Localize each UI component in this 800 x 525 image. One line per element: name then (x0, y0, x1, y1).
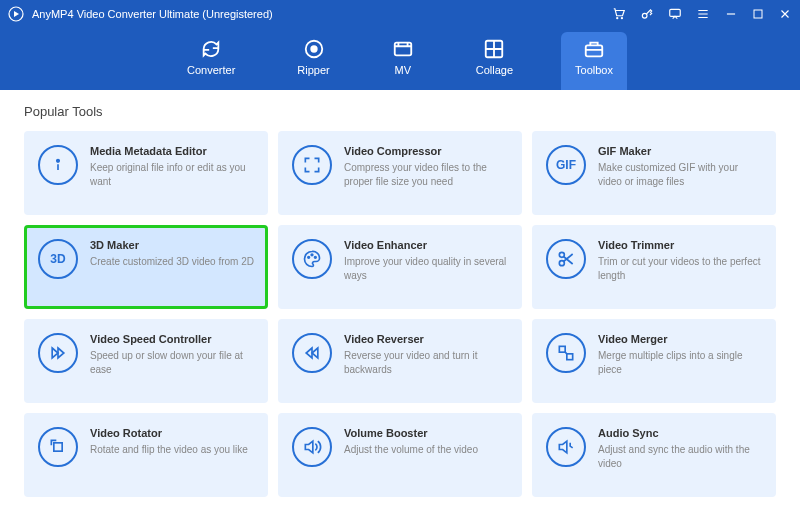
tool-card[interactable]: Video Speed ControllerSpeed up or slow d… (24, 319, 268, 403)
chat-icon[interactable] (668, 7, 682, 21)
card-icon (546, 333, 586, 373)
svg-marker-1 (14, 11, 19, 17)
svg-rect-24 (54, 443, 62, 451)
card-desc: Rotate and flip the video as you like (90, 443, 248, 457)
card-title: Video Speed Controller (90, 333, 254, 345)
svg-marker-26 (559, 441, 567, 453)
tool-card[interactable]: GIFGIF MakerMake customized GIF with you… (532, 131, 776, 215)
svg-point-14 (311, 254, 313, 256)
tab-ripper[interactable]: Ripper (283, 32, 343, 90)
card-desc: Speed up or slow down your file at ease (90, 349, 254, 376)
tab-mv[interactable]: MV (378, 32, 428, 90)
svg-point-8 (311, 46, 317, 52)
card-desc: Compress your video files to the proper … (344, 161, 508, 188)
collage-icon (483, 38, 505, 60)
tool-card[interactable]: Video MergerMerge multiple clips into a … (532, 319, 776, 403)
ripper-icon (303, 38, 325, 60)
card-desc: Keep original file info or edit as you w… (90, 161, 254, 188)
minimize-icon[interactable] (724, 7, 738, 21)
svg-rect-23 (567, 354, 573, 360)
card-desc: Adjust and sync the audio with the video (598, 443, 762, 470)
card-body: Media Metadata EditorKeep original file … (90, 145, 254, 201)
svg-point-12 (57, 160, 60, 163)
card-icon: GIF (546, 145, 586, 185)
svg-rect-11 (586, 45, 603, 56)
card-icon (38, 427, 78, 467)
tool-card[interactable]: Video RotatorRotate and flip the video a… (24, 413, 268, 497)
card-title: Video Enhancer (344, 239, 508, 251)
titlebar: AnyMP4 Video Converter Ultimate (Unregis… (0, 0, 800, 28)
card-title: Video Trimmer (598, 239, 762, 251)
converter-icon (200, 38, 222, 60)
card-desc: Make customized GIF with your video or i… (598, 161, 762, 188)
tool-grid: Media Metadata EditorKeep original file … (24, 131, 776, 497)
title-controls (612, 7, 792, 21)
card-body: Video ReverserReverse your video and tur… (344, 333, 508, 389)
svg-rect-5 (670, 9, 681, 16)
card-desc: Reverse your video and turn it backwards (344, 349, 508, 376)
svg-point-3 (621, 18, 622, 19)
card-body: Audio SyncAdjust and sync the audio with… (598, 427, 762, 483)
card-icon (546, 239, 586, 279)
card-icon (38, 145, 78, 185)
card-icon (292, 239, 332, 279)
app-logo-icon (8, 6, 24, 22)
card-desc: Improve your video quality in several wa… (344, 255, 508, 282)
svg-rect-6 (754, 10, 762, 18)
svg-point-2 (617, 18, 618, 19)
svg-point-15 (315, 257, 317, 259)
card-title: 3D Maker (90, 239, 254, 251)
card-title: Video Reverser (344, 333, 508, 345)
nav-label: Collage (476, 64, 513, 76)
tool-card[interactable]: 3D3D MakerCreate customized 3D video fro… (24, 225, 268, 309)
tab-collage[interactable]: Collage (462, 32, 527, 90)
section-title: Popular Tools (24, 104, 776, 119)
card-icon (38, 333, 78, 373)
card-body: 3D MakerCreate customized 3D video from … (90, 239, 254, 295)
menu-icon[interactable] (696, 7, 710, 21)
card-body: Video CompressorCompress your video file… (344, 145, 508, 201)
content: Popular Tools Media Metadata EditorKeep … (0, 90, 800, 511)
card-body: Video Speed ControllerSpeed up or slow d… (90, 333, 254, 389)
card-body: Video EnhancerImprove your video quality… (344, 239, 508, 295)
card-icon (292, 145, 332, 185)
window-title: AnyMP4 Video Converter Ultimate (Unregis… (32, 8, 273, 20)
svg-rect-22 (559, 346, 565, 352)
card-icon: 3D (38, 239, 78, 279)
svg-point-13 (308, 257, 310, 259)
nav-label: Toolbox (575, 64, 613, 76)
svg-rect-9 (394, 43, 411, 56)
tool-card[interactable]: Video EnhancerImprove your video quality… (278, 225, 522, 309)
card-body: GIF MakerMake customized GIF with your v… (598, 145, 762, 201)
card-title: Video Compressor (344, 145, 508, 157)
tool-card[interactable]: Video CompressorCompress your video file… (278, 131, 522, 215)
card-title: Volume Booster (344, 427, 478, 439)
card-title: Video Rotator (90, 427, 248, 439)
card-title: Video Merger (598, 333, 762, 345)
tab-converter[interactable]: Converter (173, 32, 249, 90)
nav-label: Converter (187, 64, 235, 76)
maximize-icon[interactable] (752, 8, 764, 20)
card-desc: Create customized 3D video from 2D (90, 255, 254, 269)
tool-card[interactable]: Video TrimmerTrim or cut your videos to … (532, 225, 776, 309)
key-icon[interactable] (640, 7, 654, 21)
close-icon[interactable] (778, 7, 792, 21)
card-body: Video RotatorRotate and flip the video a… (90, 427, 248, 483)
tool-card[interactable]: Audio SyncAdjust and sync the audio with… (532, 413, 776, 497)
svg-marker-25 (305, 441, 313, 453)
card-title: Audio Sync (598, 427, 762, 439)
tool-card[interactable]: Volume BoosterAdjust the volume of the v… (278, 413, 522, 497)
card-body: Video MergerMerge multiple clips into a … (598, 333, 762, 389)
mv-icon (392, 38, 414, 60)
card-title: GIF Maker (598, 145, 762, 157)
card-desc: Trim or cut your videos to the perfect l… (598, 255, 762, 282)
cart-icon[interactable] (612, 7, 626, 21)
tool-card[interactable]: Media Metadata EditorKeep original file … (24, 131, 268, 215)
card-body: Video TrimmerTrim or cut your videos to … (598, 239, 762, 295)
svg-marker-20 (312, 348, 318, 358)
nav-label: Ripper (297, 64, 329, 76)
card-icon (546, 427, 586, 467)
tab-toolbox[interactable]: Toolbox (561, 32, 627, 90)
card-desc: Merge multiple clips into a single piece (598, 349, 762, 376)
tool-card[interactable]: Video ReverserReverse your video and tur… (278, 319, 522, 403)
